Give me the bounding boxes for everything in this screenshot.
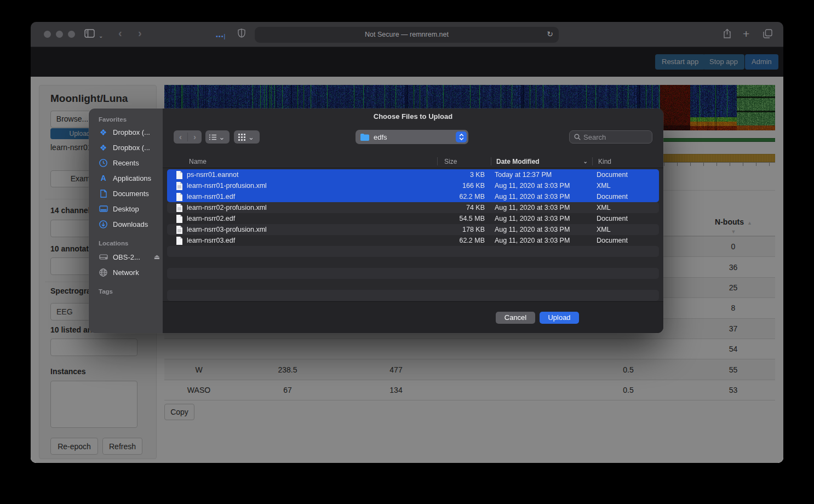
list-view-icon xyxy=(209,134,216,140)
dropbox-icon: ❖ xyxy=(99,143,108,152)
file-size: 62.2 MB xyxy=(437,237,489,244)
file-name: learn-nsrr01-profusion.xml xyxy=(187,182,437,190)
forward-button[interactable]: › xyxy=(188,130,202,144)
grid-view-icon xyxy=(238,134,245,141)
file-name: learn-nsrr01.edf xyxy=(187,193,437,201)
file-name: learn-nsrr02.edf xyxy=(187,215,437,222)
file-date: Aug 11, 2020 at 3:03 PM xyxy=(489,226,591,233)
file-size: 54.5 MB xyxy=(437,215,489,222)
sort-chevron-icon: ⌄ xyxy=(583,158,588,164)
file-upload-dialog: Favorites❖Dropbox (...❖Dropbox (...Recen… xyxy=(89,108,663,333)
empty-row xyxy=(167,257,659,268)
file-name: learn-nsrr02-profusion.xml xyxy=(187,204,437,211)
close-window-button[interactable] xyxy=(44,31,51,38)
list-view-button[interactable]: ⌄ xyxy=(205,130,230,144)
file-name: ps-nsrr01.eannot xyxy=(187,171,437,179)
favorites-label: Favorites xyxy=(99,116,127,123)
file-size: 166 KB xyxy=(437,182,489,190)
chevron-down-icon: ⌄ xyxy=(248,133,254,141)
dialog-sidebar-item-downloads[interactable]: Downloads xyxy=(95,217,160,231)
column-header-size[interactable]: Size xyxy=(438,158,491,165)
search-field[interactable] xyxy=(569,130,652,144)
file-kind: Document xyxy=(591,171,628,179)
download-circle-icon xyxy=(99,220,108,229)
dialog-sidebar-item-network[interactable]: Network xyxy=(95,266,160,279)
column-header-kind[interactable]: Kind xyxy=(593,158,611,165)
dialog-sidebar-item-desktop[interactable]: Desktop xyxy=(95,202,160,215)
page-icon xyxy=(176,215,183,223)
file-row[interactable]: learn-nsrr01-profusion.xml166 KBAug 11, … xyxy=(167,180,659,191)
file-kind: Document xyxy=(591,193,628,201)
file-row[interactable]: learn-nsrr02.edf54.5 MBAug 11, 2020 at 3… xyxy=(167,213,659,224)
search-input[interactable] xyxy=(583,133,644,141)
clock-icon xyxy=(99,158,108,168)
dialog-sidebar-item-obs-2[interactable]: OBS-2...⏏ xyxy=(95,250,160,264)
back-button[interactable]: ‹ xyxy=(118,27,122,38)
file-date: Today at 12:37 PM xyxy=(489,171,591,179)
file-kind: Document xyxy=(591,237,628,244)
nav-back-forward-group: ‹› xyxy=(174,130,202,144)
file-date: Aug 11, 2020 at 3:03 PM xyxy=(489,182,591,190)
document-icon xyxy=(99,189,108,198)
minimize-window-button[interactable] xyxy=(56,31,63,38)
back-button[interactable]: ‹ xyxy=(174,130,187,144)
file-name: learn-nsrr03.edf xyxy=(187,237,437,244)
dialog-sidebar-item-documents[interactable]: Documents xyxy=(95,187,160,200)
upload-button[interactable]: Upload xyxy=(540,312,579,324)
file-size: 74 KB xyxy=(437,204,489,211)
file-list-header: Name Size Date Modified⌄ Kind xyxy=(163,155,663,168)
empty-row xyxy=(167,246,659,257)
search-icon xyxy=(574,134,581,140)
file-kind: XML xyxy=(591,182,611,190)
locations-label: Locations xyxy=(99,240,128,247)
page-icon xyxy=(176,193,183,201)
folder-name: edfs xyxy=(374,133,387,141)
file-kind: XML xyxy=(591,204,611,211)
page-icon xyxy=(176,237,183,245)
tags-label: Tags xyxy=(99,288,113,295)
folder-icon xyxy=(360,134,369,141)
dialog-sidebar-item-dropbox[interactable]: ❖Dropbox (... xyxy=(95,141,160,154)
file-row[interactable]: learn-nsrr03.edf62.2 MBAug 11, 2020 at 3… xyxy=(167,235,659,246)
sidebar-toggle-icon[interactable] xyxy=(84,29,95,38)
chevron-down-icon[interactable]: ⌄ xyxy=(99,31,103,42)
file-row[interactable]: learn-nsrr02-profusion.xml74 KBAug 11, 2… xyxy=(167,202,659,213)
zoom-window-button[interactable] xyxy=(68,31,75,38)
tab-overview-icon[interactable] xyxy=(763,29,772,38)
appstore-icon: A xyxy=(99,174,108,183)
new-tab-icon[interactable]: + xyxy=(743,28,749,39)
column-header-name[interactable]: Name xyxy=(163,158,437,165)
share-icon[interactable] xyxy=(723,28,731,39)
group-view-button[interactable]: ⌄ xyxy=(234,130,260,144)
globe-icon xyxy=(99,268,108,277)
page-icon xyxy=(176,171,183,179)
column-header-date-modified[interactable]: Date Modified⌄ xyxy=(491,158,592,165)
dialog-sidebar-item-dropbox[interactable]: ❖Dropbox (... xyxy=(95,125,160,139)
dialog-sidebar-item-recents[interactable]: Recents xyxy=(95,156,160,169)
folder-dropdown[interactable]: edfs xyxy=(356,130,468,144)
extensions-icon[interactable]: •••| xyxy=(216,31,226,42)
dialog-title: Choose Files to Upload xyxy=(163,112,663,121)
url-text: Not Secure — remnrem.net xyxy=(255,31,559,38)
forward-button[interactable]: › xyxy=(138,27,142,38)
file-row[interactable]: learn-nsrr03-profusion.xml178 KBAug 11, … xyxy=(167,224,659,235)
dialog-sidebar-item-applications[interactable]: AApplications xyxy=(95,171,160,185)
file-date: Aug 11, 2020 at 3:03 PM xyxy=(489,204,591,211)
dropdown-stepper-icon[interactable] xyxy=(456,131,467,142)
url-bar[interactable]: Not Secure — remnrem.net ↻ xyxy=(255,27,559,43)
cancel-button[interactable]: Cancel xyxy=(496,312,535,324)
file-size: 178 KB xyxy=(437,226,489,233)
file-date: Aug 11, 2020 at 3:03 PM xyxy=(489,193,591,201)
privacy-shield-icon[interactable] xyxy=(238,28,245,38)
file-row[interactable]: ps-nsrr01.eannot3 KBToday at 12:37 PMDoc… xyxy=(167,169,659,180)
reload-icon[interactable]: ↻ xyxy=(547,30,553,38)
page-xml-icon xyxy=(176,226,183,234)
desktop-icon xyxy=(99,204,108,214)
file-row[interactable]: learn-nsrr01.edf62.2 MBAug 11, 2020 at 3… xyxy=(167,191,659,202)
file-size: 3 KB xyxy=(437,171,489,179)
file-name: learn-nsrr03-profusion.xml xyxy=(187,226,437,233)
file-kind: XML xyxy=(591,226,611,233)
eject-icon[interactable]: ⏏ xyxy=(154,253,160,261)
empty-row xyxy=(167,290,659,301)
file-date: Aug 11, 2020 at 3:03 PM xyxy=(489,237,591,244)
